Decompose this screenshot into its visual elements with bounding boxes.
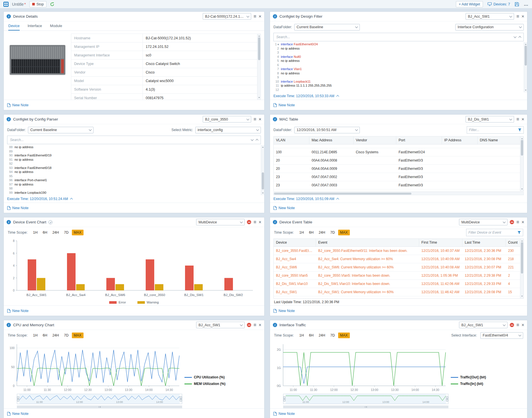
scroll-down-icon[interactable]	[258, 97, 260, 99]
menu-icon[interactable]: ≡	[516, 14, 519, 19]
device-selector[interactable]: BJ_core_3550	[203, 116, 251, 123]
timescope-24h[interactable]: 24H	[50, 333, 61, 338]
datafolder-select[interactable]: Current Baseline	[294, 24, 360, 30]
menu-icon[interactable]: ≡	[253, 220, 256, 225]
new-note-button[interactable]: New Note	[7, 309, 29, 313]
vertical-scrollbar[interactable]	[261, 145, 264, 195]
scrollbar-thumb[interactable]	[525, 46, 527, 66]
interface-select[interactable]: FastEthernet0/4	[480, 332, 523, 339]
scrollbar-thumb[interactable]	[274, 193, 411, 195]
brush-handle[interactable]	[283, 396, 285, 401]
device-selector[interactable]: BJ-Cat-5000(172.24.101.52)	[203, 13, 251, 20]
vertical-scrollbar[interactable]	[257, 34, 261, 100]
scroll-up-icon[interactable]	[521, 137, 523, 139]
column-header-count[interactable]: Count	[506, 239, 521, 246]
table-row[interactable]: 2000A4.00A4.0009FastEthernet0/3	[274, 165, 523, 173]
scroll-up-icon[interactable]	[525, 43, 527, 45]
scroll-down-icon[interactable]	[262, 193, 264, 194]
scroll-down-icon[interactable]	[521, 189, 523, 190]
brush-handle[interactable]	[180, 396, 182, 401]
close-icon[interactable]: ×	[259, 323, 261, 327]
scrollbar-thumb[interactable]	[521, 242, 523, 274]
timescope-7d[interactable]: 7D	[328, 230, 337, 235]
table-row[interactable]: BJ_Acc_SW1BJ_Acc_SW1: Current Memory uti…	[274, 288, 523, 296]
column-header-ip-address[interactable]: IP Address	[442, 136, 478, 144]
close-icon[interactable]: ×	[521, 323, 524, 327]
chart-brush[interactable]: 11:0012:0013:0014:00	[17, 394, 264, 405]
tab-interface[interactable]: Interface	[28, 21, 42, 30]
timescope-6h[interactable]: 6H	[307, 230, 316, 235]
table-row[interactable]: BJ_Dis_SW1.Vlan10BJ_Dis_SW1.Vlan10: Inte…	[274, 280, 523, 288]
menu-icon[interactable]: ≡	[516, 220, 519, 225]
collapse-icon[interactable]	[336, 198, 339, 201]
timescope-1h[interactable]: 1H	[297, 230, 306, 235]
timescope-1h[interactable]: 1H	[31, 333, 40, 338]
filter-template-select[interactable]: Interface Configuration	[455, 24, 524, 30]
table-row[interactable]: 2000A4.00A4.0008FastEthernet0/3	[274, 156, 523, 165]
table-row[interactable]: 2300A7.00A7.0003FastEthernet0/3	[274, 181, 523, 189]
close-icon[interactable]: ×	[521, 14, 524, 19]
timescope-24h[interactable]: 24H	[317, 333, 327, 338]
pan-scrollbar[interactable]	[283, 405, 448, 408]
close-icon[interactable]: ×	[259, 117, 261, 122]
timescope-24h[interactable]: 24H	[317, 230, 327, 235]
scroll-up-icon[interactable]	[262, 146, 264, 148]
column-header-dns-name[interactable]: DNS Name	[478, 136, 520, 144]
table-row[interactable]: BJ_core_3550.FastEth...BJ_core_3550.Fast…	[274, 247, 523, 255]
close-icon[interactable]: ×	[521, 117, 524, 122]
timescope-max[interactable]: MAX	[72, 333, 84, 338]
new-note-button[interactable]: New Note	[7, 411, 29, 416]
timescope-max[interactable]: MAX	[338, 230, 350, 235]
device-selector[interactable]: BJ_Acc_SW1	[459, 322, 507, 328]
stop-refresh-icon[interactable]	[510, 323, 514, 327]
timescope-6h[interactable]: 6H	[307, 333, 316, 338]
new-note-button[interactable]: New Note	[273, 309, 295, 313]
scroll-down-icon[interactable]	[521, 296, 523, 297]
stop-refresh-icon[interactable]	[247, 323, 251, 327]
timescope-24h[interactable]: 24H	[50, 230, 61, 235]
table-row[interactable]: 2300A7.00A7.0002FastEthernet0/3	[274, 173, 523, 181]
table-row[interactable]: BJ_Acc_Sw4BJ_Acc_Sw4: Current Memory uti…	[274, 255, 523, 263]
column-header-mac-address[interactable]: Mac Address	[309, 136, 354, 144]
datafolder-select[interactable]: 12/20/2016, 10:50:51 AM	[294, 127, 360, 133]
new-note-button[interactable]: New Note	[273, 103, 295, 107]
scrollbar-thumb[interactable]	[17, 406, 182, 408]
info-icon[interactable]: i	[7, 220, 11, 224]
info-icon[interactable]: i	[273, 220, 277, 224]
brush-handle[interactable]	[446, 396, 448, 401]
table-row[interactable]: BJ_Acc_SW6BJ_Acc_SW6: Current Memory uti…	[274, 263, 523, 272]
device-selector[interactable]: BJ_Acc_SW1	[466, 13, 514, 20]
vertical-scrollbar[interactable]	[520, 239, 523, 298]
scrollbar-thumb[interactable]	[521, 140, 523, 156]
search-prev-icon[interactable]	[519, 36, 521, 39]
funnel-icon[interactable]	[518, 128, 521, 132]
vertical-scrollbar[interactable]	[524, 42, 527, 92]
refresh-icon[interactable]	[50, 2, 54, 7]
add-widget-button[interactable]: + Add Widget	[456, 1, 483, 7]
column-header-vlan[interactable]: VLAN	[274, 136, 309, 144]
column-header-first-time[interactable]: First Time	[419, 239, 462, 246]
column-header-device[interactable]: Device	[274, 239, 316, 246]
timescope-1h[interactable]: 1H	[31, 230, 40, 235]
timescope-max[interactable]: MAX	[72, 230, 84, 235]
table-row[interactable]: 1000011.214E.D695Cisco SystemsFastEthern…	[274, 148, 523, 156]
scrollbar-thumb[interactable]	[284, 406, 448, 408]
menu-icon[interactable]: ≡	[516, 117, 519, 122]
brush-handle[interactable]	[17, 396, 19, 401]
table-row[interactable]: BJ_core_3550.Vlan5BJ_core_3550.Vlan5: In…	[274, 272, 523, 280]
collapse-icon[interactable]	[70, 198, 73, 201]
column-header-port[interactable]: Port	[396, 136, 442, 144]
search-input[interactable]	[10, 138, 248, 142]
info-icon[interactable]: i	[7, 117, 11, 121]
timescope-7d[interactable]: 7D	[62, 333, 71, 338]
close-icon[interactable]: ×	[259, 14, 261, 19]
datafolder-select[interactable]: Current Baseline	[28, 127, 94, 133]
search-next-icon[interactable]	[251, 138, 254, 141]
timescope-6h[interactable]: 6H	[41, 333, 49, 338]
more-menu-icon[interactable]: …	[524, 2, 529, 7]
menu-icon[interactable]: ≡	[253, 323, 256, 327]
metric-select[interactable]: interface_config	[195, 127, 261, 133]
timescope-max[interactable]: MAX	[338, 333, 350, 338]
info-icon[interactable]: i	[273, 117, 277, 121]
search-input[interactable]	[276, 35, 511, 39]
